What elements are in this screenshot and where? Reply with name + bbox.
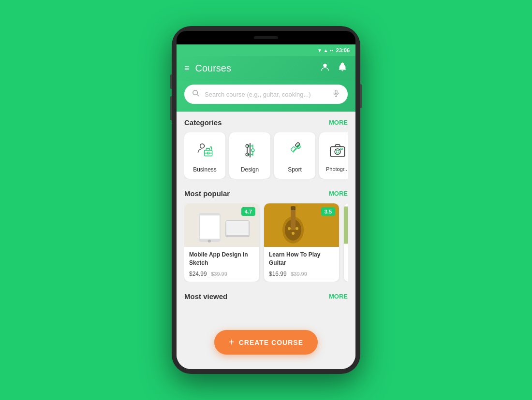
course-img-2: 3.5 bbox=[264, 203, 339, 247]
course-price-1: $24.99 bbox=[189, 271, 207, 277]
phone-top-bar bbox=[177, 31, 355, 44]
svg-point-15 bbox=[251, 149, 254, 152]
popular-more[interactable]: MORE bbox=[329, 190, 348, 197]
svg-rect-4 bbox=[335, 90, 337, 94]
background: ▼ ▲ ▪▪ 23:06 ≡ Courses bbox=[0, 0, 532, 400]
status-icons: ▼ ▲ ▪▪ bbox=[317, 48, 333, 53]
svg-rect-20 bbox=[291, 146, 296, 151]
most-viewed-more[interactable]: MORE bbox=[329, 293, 348, 300]
course-price-2: $16.99 bbox=[269, 271, 287, 277]
fab-container: + CREATE COURSE bbox=[214, 330, 318, 355]
menu-icon[interactable]: ≡ bbox=[184, 63, 190, 73]
course-old-price-1: $39.99 bbox=[211, 271, 227, 277]
categories-header: Categories MORE bbox=[184, 118, 348, 127]
category-photography[interactable]: Photogr... bbox=[319, 132, 348, 179]
categories-title: Categories bbox=[184, 118, 222, 127]
rating-badge-2: 3.5 bbox=[321, 207, 335, 216]
svg-point-2 bbox=[193, 90, 197, 95]
battery-icon: ▪▪ bbox=[330, 48, 333, 53]
photography-label: Photogr... bbox=[326, 166, 348, 172]
course-old-price-2: $39.99 bbox=[291, 271, 307, 277]
status-bar: ▼ ▲ ▪▪ 23:06 bbox=[177, 44, 355, 56]
svg-rect-40 bbox=[291, 206, 296, 210]
fab-label: CREATE COURSE bbox=[239, 339, 303, 346]
phone-speaker bbox=[254, 36, 278, 39]
course-info-2: Learn How To Play Guitar $16.99 $39.99 bbox=[264, 247, 339, 282]
svg-point-27 bbox=[335, 149, 340, 155]
svg-rect-34 bbox=[226, 221, 249, 235]
svg-line-22 bbox=[293, 148, 297, 153]
popular-title: Most popular bbox=[184, 189, 230, 198]
categories-section: Categories MORE bbox=[177, 112, 355, 183]
svg-rect-1 bbox=[342, 62, 343, 63]
app-header: ≡ Courses bbox=[177, 56, 355, 81]
wifi-icon: ▼ bbox=[317, 48, 322, 53]
search-icon bbox=[192, 89, 200, 99]
category-design[interactable]: Design bbox=[229, 132, 270, 179]
course-info-3: Ba... $10 bbox=[344, 247, 348, 272]
course-info-1: Mobile App Design in Sketch $24.99 $39.9… bbox=[184, 247, 259, 282]
account-icon[interactable] bbox=[320, 62, 330, 75]
course-partial[interactable]: Ba... $10 bbox=[344, 203, 348, 282]
svg-point-41 bbox=[288, 227, 291, 230]
category-business[interactable]: Business bbox=[184, 132, 225, 179]
categories-more[interactable]: MORE bbox=[329, 119, 348, 126]
svg-point-35 bbox=[208, 240, 211, 243]
header-title: Courses bbox=[195, 63, 231, 74]
fab-plus-icon: + bbox=[229, 337, 235, 348]
notification-icon[interactable] bbox=[337, 62, 348, 75]
business-label: Business bbox=[193, 166, 217, 173]
search-placeholder[interactable]: Search course (e.g., guitar, cooking...) bbox=[205, 91, 327, 98]
course-title-1: Mobile App Design in Sketch bbox=[189, 251, 254, 267]
svg-rect-44 bbox=[344, 206, 348, 243]
course-img-1: 4.7 bbox=[184, 203, 259, 247]
design-icon-wrap bbox=[238, 138, 262, 162]
svg-point-28 bbox=[336, 150, 339, 153]
header-left: ≡ Courses bbox=[184, 63, 231, 74]
course-img-3 bbox=[344, 203, 348, 247]
sport-icon-wrap bbox=[283, 138, 307, 162]
course-mobile-app[interactable]: 4.7 Mobile App Design in Sketch $24.99 $… bbox=[184, 203, 259, 282]
svg-point-42 bbox=[292, 232, 295, 235]
svg-line-3 bbox=[197, 94, 199, 96]
course-title-2: Learn How To Play Guitar bbox=[269, 251, 334, 267]
sport-label: Sport bbox=[288, 166, 302, 173]
svg-point-43 bbox=[296, 227, 298, 230]
categories-grid: Business bbox=[184, 132, 348, 179]
svg-rect-32 bbox=[200, 215, 220, 239]
business-icon-wrap bbox=[193, 138, 217, 162]
svg-rect-39 bbox=[291, 208, 296, 230]
svg-point-0 bbox=[323, 64, 326, 67]
svg-rect-29 bbox=[340, 148, 342, 150]
most-viewed-header: Most viewed MORE bbox=[184, 292, 348, 300]
most-viewed-title: Most viewed bbox=[184, 292, 227, 300]
course-guitar[interactable]: 3.5 Learn How To Play Guitar $16.99 $39.… bbox=[264, 203, 339, 282]
svg-point-7 bbox=[200, 144, 204, 148]
create-course-button[interactable]: + CREATE COURSE bbox=[214, 330, 318, 355]
popular-header: Most popular MORE bbox=[184, 189, 348, 198]
photography-icon-wrap bbox=[325, 138, 348, 162]
category-sport[interactable]: Sport bbox=[274, 132, 315, 179]
status-time: 23:06 bbox=[336, 47, 350, 53]
most-viewed-section: Most viewed MORE bbox=[177, 286, 355, 310]
search-bar[interactable]: Search course (e.g., guitar, cooking...) bbox=[184, 85, 348, 104]
courses-row: 4.7 Mobile App Design in Sketch $24.99 $… bbox=[184, 203, 348, 282]
popular-section: Most popular MORE bbox=[177, 183, 355, 286]
rating-badge-1: 4.7 bbox=[241, 207, 255, 216]
design-label: Design bbox=[241, 166, 259, 173]
search-container: Search course (e.g., guitar, cooking...) bbox=[177, 81, 355, 112]
header-right bbox=[320, 62, 348, 75]
phone-frame: ▼ ▲ ▪▪ 23:06 ≡ Courses bbox=[172, 26, 360, 374]
phone-screen: ▼ ▲ ▪▪ 23:06 ≡ Courses bbox=[177, 44, 355, 369]
mic-icon[interactable] bbox=[332, 89, 340, 99]
signal-icon: ▲ bbox=[324, 48, 328, 53]
